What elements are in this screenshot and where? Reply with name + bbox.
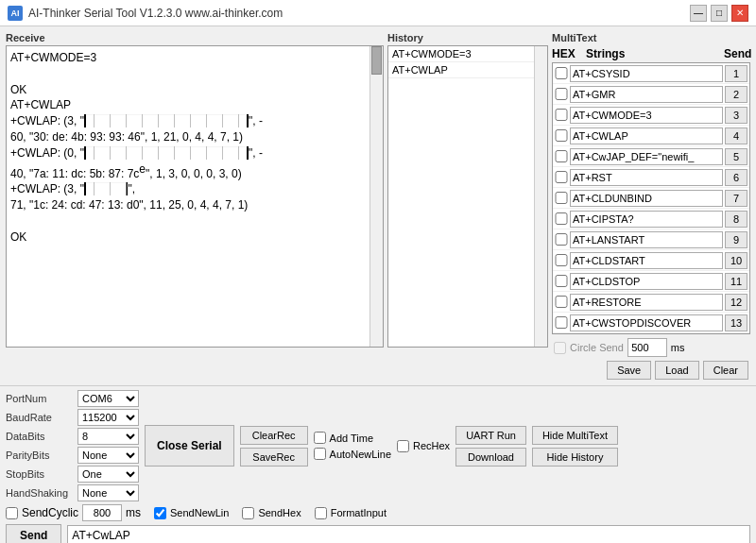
databits-select[interactable]: 8 xyxy=(77,428,139,445)
mt-row-checkbox[interactable] xyxy=(555,171,568,183)
paritybits-select[interactable]: None xyxy=(77,447,139,464)
mt-row-checkbox[interactable] xyxy=(555,129,568,142)
clearrec-button[interactable]: ClearRec xyxy=(240,426,308,445)
receive-line: +CWLAP: (0, "████████████████████", - xyxy=(10,145,366,161)
title-bar: AI AI-Thinker Serial Tool V1.2.3.0 www.a… xyxy=(0,0,756,26)
receive-line: +CWLAP: (3, "████████████████████", - xyxy=(10,113,366,129)
receive-area: AT+CWMODE=3 OK AT+CWLAP +CWLAP: (3, "███… xyxy=(6,45,384,348)
mt-send-btn-4[interactable]: 4 xyxy=(725,127,747,144)
mt-send-btn-9[interactable]: 9 xyxy=(725,231,747,248)
paritybits-label: ParityBits xyxy=(6,450,74,461)
mt-row-input[interactable] xyxy=(570,252,723,269)
mt-send-btn-3[interactable]: 3 xyxy=(725,107,747,124)
mt-send-btn-6[interactable]: 6 xyxy=(725,169,747,186)
mt-send-btn-10[interactable]: 10 xyxy=(725,252,747,269)
mt-row: 8 xyxy=(553,209,749,229)
mt-row-input[interactable] xyxy=(570,273,723,290)
multitext-label: MultiText xyxy=(552,32,596,43)
mt-row-input[interactable] xyxy=(570,127,723,144)
mt-row-checkbox[interactable] xyxy=(555,275,568,287)
portnum-label: PortNum xyxy=(6,393,74,404)
mt-row-input[interactable] xyxy=(570,294,723,311)
mt-row-checkbox[interactable] xyxy=(555,109,568,121)
databits-label: DataBits xyxy=(6,431,74,442)
rechex-checkbox[interactable] xyxy=(397,440,409,452)
mt-send-btn-1[interactable]: 1 xyxy=(725,65,747,82)
mt-send-btn-13[interactable]: 13 xyxy=(725,314,747,331)
ctrl-row1: PortNum COM6 BaudRate 115200 DataBits 8 xyxy=(6,390,750,501)
sendcyclic-checkbox[interactable] xyxy=(6,507,18,519)
mt-send-btn-8[interactable]: 8 xyxy=(725,211,747,228)
receive-line: +CWLAP: (3, "█████", xyxy=(10,181,366,197)
mt-row-input[interactable] xyxy=(570,148,723,165)
mt-row-input[interactable] xyxy=(570,211,723,228)
extra-btns: Hide MultiText Hide History xyxy=(532,426,618,467)
sendhex-checkbox[interactable] xyxy=(242,507,254,519)
send-input[interactable] xyxy=(67,525,750,543)
send-button[interactable]: Send xyxy=(6,524,61,543)
main-content: Receive AT+CWMODE=3 OK AT+CWLAP +CWLAP: … xyxy=(0,26,756,543)
handshaking-select[interactable]: None xyxy=(77,484,139,501)
mt-row-input[interactable] xyxy=(570,86,723,103)
saverec-button[interactable]: SaveRec xyxy=(240,448,308,467)
load-button[interactable]: Load xyxy=(655,361,698,380)
circle-send-label: Circle Send xyxy=(570,342,624,353)
portnum-select[interactable]: COM6 xyxy=(77,390,139,407)
app-title: AI-Thinker Serial Tool V1.2.3.0 www.ai-t… xyxy=(28,7,283,20)
history-item[interactable]: AT+CWLAP xyxy=(388,62,534,78)
receive-scrollbar[interactable] xyxy=(369,46,383,347)
history-area: AT+CWMODE=3 AT+CWLAP xyxy=(387,45,548,348)
hide-multitext-button[interactable]: Hide MultiText xyxy=(532,426,618,445)
history-item[interactable]: AT+CWMODE=3 xyxy=(388,46,534,62)
mt-row-input[interactable] xyxy=(570,65,723,82)
mt-row-input[interactable] xyxy=(570,169,723,186)
mt-row-checkbox[interactable] xyxy=(555,150,568,162)
mt-row-input[interactable] xyxy=(570,231,723,248)
mt-send-btn-11[interactable]: 11 xyxy=(725,273,747,290)
save-button[interactable]: Save xyxy=(607,361,651,380)
uartrun-button[interactable]: UART Run xyxy=(455,426,526,445)
mt-row-checkbox[interactable] xyxy=(555,233,568,246)
circle-send-row: Circle Send ms xyxy=(552,334,750,359)
mt-send-btn-2[interactable]: 2 xyxy=(725,86,747,103)
mt-row-checkbox[interactable] xyxy=(555,67,568,79)
mt-row-input[interactable] xyxy=(570,107,723,124)
mt-row-checkbox[interactable] xyxy=(555,192,568,204)
mt-row-checkbox[interactable] xyxy=(555,88,568,100)
circle-send-checkbox[interactable] xyxy=(554,342,566,354)
baudrate-select[interactable]: 115200 xyxy=(77,409,139,426)
mt-send-btn-12[interactable]: 12 xyxy=(725,294,747,311)
receive-label: Receive xyxy=(6,32,384,43)
mt-send-btn-5[interactable]: 5 xyxy=(725,148,747,165)
close-button[interactable]: ✕ xyxy=(731,5,748,22)
sendnewlin-checkbox[interactable] xyxy=(154,507,166,519)
close-serial-button[interactable]: Close Serial xyxy=(145,425,234,467)
maximize-button[interactable]: □ xyxy=(711,5,728,22)
mt-row-checkbox[interactable] xyxy=(555,212,568,225)
receive-line xyxy=(10,66,366,82)
receive-scroll-thumb xyxy=(371,46,382,75)
stopbits-select[interactable]: One xyxy=(77,466,139,483)
addtime-checkbox[interactable] xyxy=(314,432,326,444)
autonewline-checkbox[interactable] xyxy=(314,448,326,460)
hide-history-button[interactable]: Hide History xyxy=(532,448,618,467)
minimize-button[interactable]: — xyxy=(690,5,707,22)
mt-send-btn-7[interactable]: 7 xyxy=(725,190,747,207)
circle-send-input[interactable] xyxy=(627,338,667,357)
top-area: Receive AT+CWMODE=3 OK AT+CWLAP +CWLAP: … xyxy=(0,26,756,385)
mt-strings-col-label: Strings xyxy=(569,47,722,60)
mt-row: 5 xyxy=(553,146,749,167)
history-scrollbar[interactable] xyxy=(534,46,547,347)
formatinput-checkbox[interactable] xyxy=(315,507,327,519)
mt-row-input[interactable] xyxy=(570,190,723,207)
mt-row-checkbox[interactable] xyxy=(555,296,568,308)
mt-row-checkbox[interactable] xyxy=(555,254,568,266)
mt-row-input[interactable] xyxy=(570,314,723,331)
cyclic-ms-input[interactable] xyxy=(82,504,122,521)
bottom-controls: PortNum COM6 BaudRate 115200 DataBits 8 xyxy=(0,385,756,543)
clear-button[interactable]: Clear xyxy=(703,361,748,380)
mt-row-checkbox[interactable] xyxy=(555,316,568,329)
download-button[interactable]: Download xyxy=(455,448,526,467)
sendhex-label: SendHex xyxy=(258,507,301,518)
receive-line: 71, "1c: 24: cd: 47: 13: d0", 11, 25, 0,… xyxy=(10,197,366,213)
